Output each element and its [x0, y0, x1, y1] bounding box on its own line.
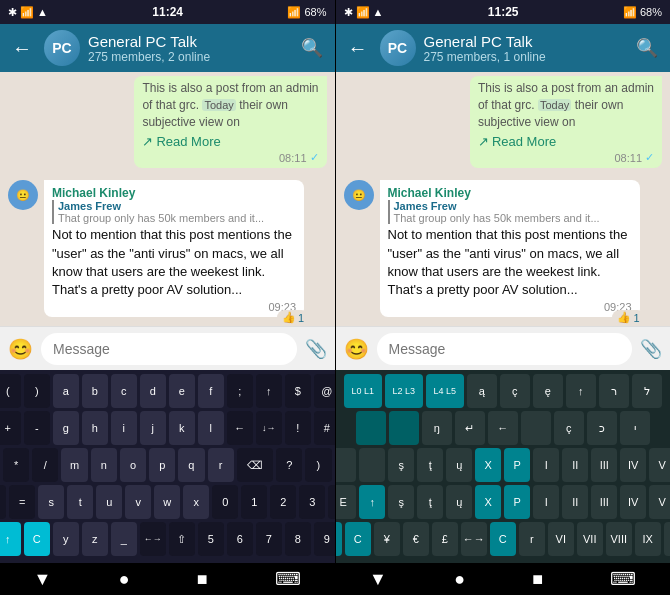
read-more-link-right[interactable]: ↗ Read More	[478, 134, 654, 149]
message-input-right[interactable]	[377, 333, 633, 365]
key-caps-c[interactable]: C	[24, 522, 50, 556]
key-roman-vi[interactable]: VI	[548, 522, 574, 556]
key-u-r4[interactable]: ų	[446, 485, 472, 519]
read-more-link[interactable]: ↗ Read More	[142, 134, 318, 149]
nav-keyboard-right[interactable]: ⌨	[610, 568, 636, 590]
key-l[interactable]: l	[198, 411, 224, 445]
key-close-paren[interactable]: )	[24, 374, 50, 408]
back-button-left[interactable]: ←	[8, 33, 36, 64]
key-dollar[interactable]: $	[285, 374, 311, 408]
key-w[interactable]: w	[154, 485, 180, 519]
key-equals[interactable]: =	[9, 485, 35, 519]
key-pound[interactable]: £	[432, 522, 458, 556]
message-input-left[interactable]	[41, 333, 297, 365]
key-roman-1[interactable]: I	[533, 448, 559, 482]
key-s[interactable]: s	[38, 485, 64, 519]
key-minus[interactable]: -	[24, 411, 50, 445]
key-question[interactable]: ?	[276, 448, 302, 482]
search-button-left[interactable]: 🔍	[297, 33, 327, 63]
key-backspace[interactable]: ⌫	[237, 448, 273, 482]
nav-home-right[interactable]: ●	[454, 569, 465, 590]
key-leftright[interactable]: ←→	[140, 522, 166, 556]
key-percent[interactable]: %	[0, 485, 6, 519]
key-up-arrow[interactable]: ↑	[256, 374, 282, 408]
key-asterisk[interactable]: *	[3, 448, 29, 482]
key-r[interactable]: r	[208, 448, 234, 482]
read-more-label[interactable]: Read More	[156, 134, 220, 149]
key-c[interactable]: c	[111, 374, 137, 408]
key-e[interactable]: e	[169, 374, 195, 408]
key-roman-4[interactable]: IV	[620, 448, 646, 482]
key-9[interactable]: 9	[314, 522, 335, 556]
key-p-r3[interactable]: P	[504, 448, 530, 482]
key-roman-2[interactable]: II	[562, 448, 588, 482]
key-s-cedilla[interactable]: ş	[388, 448, 414, 482]
nav-recent-right[interactable]: ■	[532, 569, 543, 590]
key-at[interactable]: @	[314, 374, 335, 408]
key-r2-1[interactable]	[356, 411, 386, 445]
key-enter[interactable]: ↵	[455, 411, 485, 445]
key-x-r3[interactable]: X	[475, 448, 501, 482]
key-5[interactable]: 5	[198, 522, 224, 556]
key-y[interactable]: y	[53, 522, 79, 556]
key-t[interactable]: t	[67, 485, 93, 519]
key-back-arrow[interactable]: ←	[227, 411, 253, 445]
key-0[interactable]: 0	[212, 485, 238, 519]
nav-home-left[interactable]: ●	[119, 569, 130, 590]
emoji-button-left[interactable]: 😊	[8, 337, 33, 361]
key-roman-i[interactable]: I	[533, 485, 559, 519]
key-s-r4[interactable]: ş	[388, 485, 414, 519]
key-o[interactable]: o	[120, 448, 146, 482]
key-close-paren-2[interactable]: )	[305, 448, 331, 482]
key-z[interactable]: z	[82, 522, 108, 556]
key-r3-1[interactable]	[336, 448, 357, 482]
key-i[interactable]: i	[111, 411, 137, 445]
key-underscore[interactable]: _	[111, 522, 137, 556]
key-resh[interactable]: ר	[599, 374, 629, 408]
key-l2l3[interactable]: L2 L3	[385, 374, 423, 408]
key-r3-2[interactable]	[359, 448, 385, 482]
key-up-r1[interactable]: ↑	[566, 374, 596, 408]
back-button-right[interactable]: ←	[344, 33, 372, 64]
key-left-2[interactable]: ←	[488, 411, 518, 445]
key-shift[interactable]: ↑	[0, 522, 21, 556]
key-a[interactable]: a	[53, 374, 79, 408]
key-f[interactable]: f	[198, 374, 224, 408]
key-slash[interactable]: /	[32, 448, 58, 482]
key-x-r4[interactable]: X	[475, 485, 501, 519]
key-c2-r5[interactable]: C	[490, 522, 516, 556]
search-button-right[interactable]: 🔍	[632, 33, 662, 63]
key-c-cedilla[interactable]: ç	[500, 374, 530, 408]
key-v[interactable]: v	[125, 485, 151, 519]
key-e-ogonek[interactable]: ę	[533, 374, 563, 408]
nav-back-right[interactable]: ▼	[369, 569, 387, 590]
key-roman-vii[interactable]: VII	[577, 522, 603, 556]
key-u[interactable]: u	[96, 485, 122, 519]
key-euro[interactable]: €	[403, 522, 429, 556]
key-t-r4[interactable]: ţ	[417, 485, 443, 519]
nav-keyboard-left[interactable]: ⌨	[275, 568, 301, 590]
key-b[interactable]: b	[82, 374, 108, 408]
key-e-r4[interactable]: E	[336, 485, 357, 519]
key-enter-arrow[interactable]: ⇧	[169, 522, 195, 556]
emoji-button-right[interactable]: 😊	[344, 337, 369, 361]
key-l4l5[interactable]: L4 L5	[426, 374, 464, 408]
read-more-label-right[interactable]: Read More	[492, 134, 556, 149]
key-8[interactable]: 8	[285, 522, 311, 556]
key-roman-ix[interactable]: IX	[635, 522, 661, 556]
key-shift-r5[interactable]: ↑	[336, 522, 342, 556]
key-d[interactable]: d	[140, 374, 166, 408]
key-k[interactable]: k	[169, 411, 195, 445]
key-kaf[interactable]: כ	[587, 411, 617, 445]
key-roman-5[interactable]: V	[649, 448, 670, 482]
key-roman-x[interactable]: X	[664, 522, 670, 556]
key-7[interactable]: 7	[256, 522, 282, 556]
key-roman-viii[interactable]: VIII	[606, 522, 632, 556]
key-a-ogonek[interactable]: ą	[467, 374, 497, 408]
key-h[interactable]: h	[82, 411, 108, 445]
key-hash[interactable]: #	[314, 411, 335, 445]
key-r-r5[interactable]: r	[519, 522, 545, 556]
key-x[interactable]: x	[183, 485, 209, 519]
key-r2-2[interactable]	[389, 411, 419, 445]
key-lr-r5[interactable]: ←→	[461, 522, 487, 556]
